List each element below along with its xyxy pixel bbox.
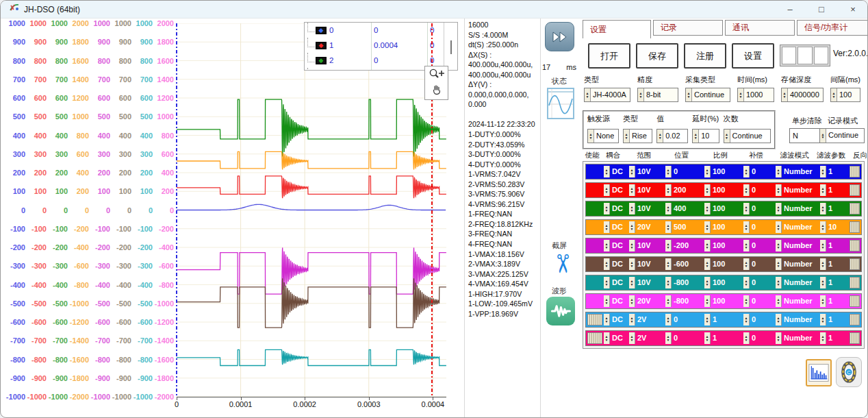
channel-field[interactable]: ▲▼400 [665, 203, 704, 214]
trigger-field[interactable]: ▲▼Rise [623, 129, 652, 143]
channel-field[interactable]: ▲▼20V [629, 221, 665, 233]
spin-down-icon[interactable]: ▼ [605, 246, 609, 249]
spin-down-icon[interactable]: ▼ [745, 228, 748, 231]
channel-field[interactable]: ▲▼10V [629, 166, 665, 177]
channel-field[interactable]: ▲▼0 [743, 277, 776, 288]
plot-toolbox[interactable] [424, 66, 448, 100]
spin-down-icon[interactable]: ▼ [667, 209, 670, 212]
channel-enable-toggle[interactable] [587, 166, 602, 177]
waveform-button[interactable] [546, 297, 575, 325]
spinner-icon[interactable]: ▲▼ [820, 203, 826, 214]
spin-down-icon[interactable]: ▼ [706, 228, 709, 231]
spinner-icon[interactable]: ▲▼ [820, 184, 826, 196]
spin-down-icon[interactable]: ▼ [687, 95, 691, 99]
spinner-icon[interactable]: ▲▼ [776, 277, 782, 288]
spinner-icon[interactable]: ▲▼ [704, 221, 711, 233]
spinner-icon[interactable]: ▲▼ [665, 166, 672, 177]
param-field[interactable]: ▲▼1000 [737, 88, 774, 102]
channel-field[interactable]: ▲▼Number [776, 221, 820, 233]
channel-field[interactable]: ▲▼Number [776, 332, 820, 344]
channel-field[interactable]: ▲▼10 [820, 221, 844, 233]
channel-field[interactable]: ▲▼100 [704, 277, 743, 288]
spinner-icon[interactable]: ▲▼ [604, 295, 610, 307]
spinner-icon[interactable]: ▲▼ [743, 203, 750, 214]
spin-down-icon[interactable]: ▼ [745, 265, 748, 268]
hand-pan-icon[interactable] [431, 84, 442, 98]
channel-invert-toggle[interactable] [850, 258, 860, 270]
spin-down-icon[interactable]: ▼ [821, 283, 825, 286]
spinner-icon[interactable]: ▲▼ [704, 314, 711, 325]
rotate-sync-button[interactable]: C [836, 357, 862, 387]
channel-field[interactable]: ▲▼1 [820, 240, 844, 251]
spinner-icon[interactable]: ▲▼ [776, 332, 782, 344]
spin-down-icon[interactable]: ▼ [745, 320, 748, 323]
trigger-field[interactable]: ▲▼None [587, 129, 619, 143]
channel-field[interactable]: ▲▼100 [704, 184, 743, 196]
spin-down-icon[interactable]: ▼ [821, 228, 825, 231]
spinner-icon[interactable]: ▲▼ [743, 295, 750, 307]
spin-down-icon[interactable]: ▼ [745, 172, 748, 175]
spinner-icon[interactable]: ▲▼ [776, 166, 782, 177]
spin-down-icon[interactable]: ▼ [832, 95, 836, 99]
legend-row[interactable]: ◆10.00040 [305, 38, 457, 53]
spin-down-icon[interactable]: ▼ [777, 172, 780, 175]
histogram-button[interactable] [806, 359, 832, 386]
spinner-icon[interactable]: ▲▼ [704, 277, 711, 288]
channel-invert-toggle[interactable] [850, 184, 860, 196]
spin-down-icon[interactable]: ▼ [706, 339, 709, 342]
spinner-icon[interactable]: ▲▼ [743, 332, 750, 344]
channel-field[interactable]: ▲▼10V [629, 240, 665, 251]
spinner-icon[interactable]: ▲▼ [665, 295, 672, 307]
spinner-icon[interactable]: ▲▼ [704, 203, 711, 214]
spinner-icon[interactable]: ▲▼ [657, 130, 663, 143]
channel-field[interactable]: ▲▼0 [743, 295, 776, 307]
button-4[interactable]: 设置 [732, 43, 774, 69]
spin-down-icon[interactable]: ▼ [706, 302, 709, 305]
channel-field[interactable]: ▲▼1 [820, 332, 844, 344]
spinner-icon[interactable]: ▲▼ [776, 314, 782, 325]
spin-down-icon[interactable]: ▼ [706, 172, 709, 175]
spinner-icon[interactable]: ▲▼ [820, 295, 826, 307]
spin-down-icon[interactable]: ▼ [745, 246, 748, 249]
spinner-icon[interactable]: ▲▼ [743, 314, 750, 325]
spin-down-icon[interactable]: ▼ [589, 136, 593, 140]
spin-down-icon[interactable]: ▼ [605, 320, 609, 323]
channel-invert-toggle[interactable] [850, 240, 860, 251]
spin-down-icon[interactable]: ▼ [777, 283, 780, 286]
spinner-icon[interactable]: ▲▼ [604, 203, 610, 214]
spinner-icon[interactable]: ▲▼ [693, 130, 699, 143]
spinner-icon[interactable]: ▲▼ [820, 240, 826, 251]
spinner-icon[interactable]: ▲▼ [629, 295, 635, 307]
channel-invert-toggle[interactable] [850, 332, 860, 344]
channel-field[interactable]: ▲▼0 [665, 166, 704, 177]
spin-down-icon[interactable]: ▼ [667, 320, 670, 323]
channel-field[interactable]: ▲▼100 [704, 221, 743, 233]
channel-field[interactable]: ▲▼0 [743, 332, 776, 344]
spinner-icon[interactable]: ▲▼ [704, 166, 711, 177]
spinner-icon[interactable]: ▲▼ [738, 88, 744, 101]
button-2[interactable]: 保存 [636, 43, 678, 69]
channel-field[interactable]: ▲▼100 [704, 166, 743, 177]
channel-field[interactable]: ▲▼10V [629, 277, 665, 288]
channel-field[interactable]: ▲▼1 [820, 184, 844, 196]
spinner-icon[interactable]: ▲▼ [686, 88, 692, 101]
spin-down-icon[interactable]: ▼ [586, 95, 589, 99]
spin-down-icon[interactable]: ▼ [777, 265, 780, 268]
spinner-icon[interactable]: ▲▼ [665, 277, 672, 288]
spinner-icon[interactable]: ▲▼ [776, 258, 782, 270]
channel-field[interactable]: ▲▼DC [604, 295, 629, 307]
spinner-icon[interactable]: ▲▼ [629, 184, 635, 196]
channel-enable-toggle[interactable] [587, 221, 602, 233]
spinner-icon[interactable]: ▲▼ [624, 130, 630, 143]
spin-down-icon[interactable]: ▼ [659, 136, 662, 140]
channel-invert-toggle[interactable] [850, 314, 860, 325]
channel-field[interactable]: ▲▼Number [776, 166, 820, 177]
spin-down-icon[interactable]: ▼ [821, 339, 825, 342]
channel-field[interactable]: ▲▼DC [604, 240, 629, 251]
channel-field[interactable]: ▲▼0 [743, 258, 776, 270]
status-wave-icon[interactable] [547, 88, 574, 119]
channel-field[interactable]: ▲▼0 [743, 166, 776, 177]
spinner-icon[interactable]: ▲▼ [604, 314, 610, 325]
spin-down-icon[interactable]: ▼ [625, 136, 628, 140]
spinner-icon[interactable]: ▲▼ [776, 221, 782, 233]
